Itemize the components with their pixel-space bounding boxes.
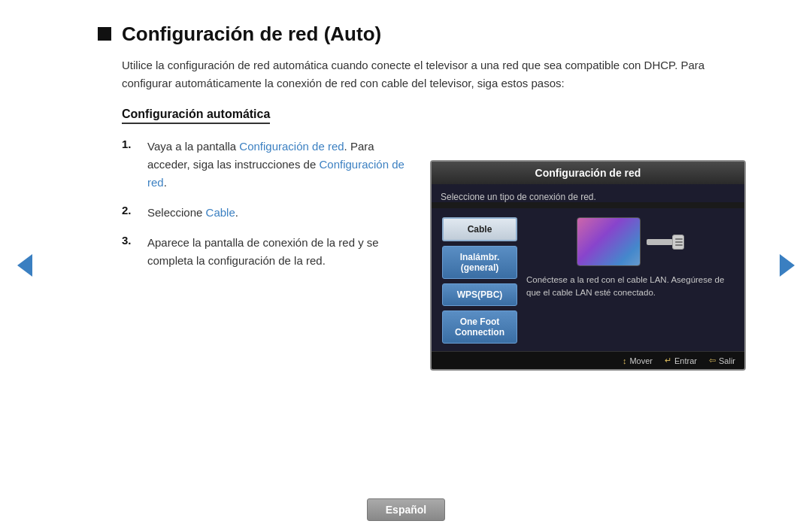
nav-arrow-left[interactable] [14, 254, 36, 277]
tv-panel: Configuración de red Seleccione un tipo … [430, 160, 746, 371]
steps-list: 1. Vaya a la pantalla Configuración de r… [122, 138, 408, 371]
tv-panel-header: Configuración de red [432, 162, 744, 184]
step-2-number: 2. [122, 204, 137, 217]
footer-exit-label: Salir [719, 356, 735, 365]
tv-subtitle: Seleccione un tipo de conexión de red. [441, 192, 735, 202]
tv-image-area [577, 217, 684, 266]
step-3: 3. Aparece la pantalla de conexión de la… [122, 234, 408, 270]
page-title: Configuración de red (Auto) [122, 23, 381, 46]
tv-footer-enter: ↵ Entrar [665, 356, 697, 365]
page: Configuración de red (Auto) Utilice la c… [0, 0, 812, 530]
enter-icon: ↵ [665, 356, 671, 365]
tv-thumbnail-image [577, 217, 641, 266]
tv-btn-wps[interactable]: WPS(PBC) [442, 283, 517, 306]
step-2-text: Seleccione Cable. [147, 204, 238, 222]
bullet-square-icon [98, 27, 111, 41]
tv-footer-exit: ⇦ Salir [709, 356, 735, 365]
nav-arrow-right[interactable] [776, 254, 798, 277]
section-title: Configuración de red (Auto) [98, 23, 714, 46]
tv-footer: ↕ Mover ↵ Entrar ⇦ Salir [432, 351, 744, 369]
step-2: 2. Seleccione Cable. [122, 204, 408, 222]
tv-right-column: Conéctese a la red con el cable LAN. Ase… [526, 217, 734, 344]
tv-btn-cable[interactable]: Cable [442, 217, 517, 241]
step-1-link1[interactable]: Configuración de red [239, 140, 344, 153]
chevron-right-icon [780, 254, 795, 277]
chevron-left-icon [17, 254, 32, 277]
tv-footer-move: ↕ Mover [623, 356, 653, 365]
step-2-link[interactable]: Cable [206, 206, 235, 219]
steps-and-panel: 1. Vaya a la pantalla Configuración de r… [122, 138, 714, 371]
exit-icon: ⇦ [709, 356, 716, 365]
bottom-bar: Español [0, 489, 812, 530]
tv-body: Cable Inalámbr.(general) WPS(PBC) One Fo… [432, 208, 744, 351]
intro-paragraph: Utilice la configuración de red automáti… [122, 56, 714, 92]
tv-btn-onefoot[interactable]: One FootConnection [442, 310, 517, 344]
step-3-number: 3. [122, 234, 137, 247]
move-icon: ↕ [623, 356, 627, 365]
language-button[interactable]: Español [367, 498, 445, 521]
tv-btn-wireless[interactable]: Inalámbr.(general) [442, 246, 517, 279]
step-1: 1. Vaya a la pantalla Configuración de r… [122, 138, 408, 192]
cable-connector-icon [647, 235, 684, 250]
tv-buttons-column: Cable Inalámbr.(general) WPS(PBC) One Fo… [442, 217, 517, 344]
step-1-link2[interactable]: Configuración de red [147, 158, 404, 189]
footer-move-label: Mover [629, 356, 653, 365]
content-area: Configuración de red (Auto) Utilice la c… [38, 0, 774, 386]
tv-description: Conéctese a la red con el cable LAN. Ase… [526, 274, 734, 300]
subtitle: Configuración automática [98, 108, 714, 138]
step-3-text: Aparece la pantalla de conexión de la re… [147, 234, 408, 270]
footer-enter-label: Entrar [674, 356, 697, 365]
step-1-text: Vaya a la pantalla Configuración de red.… [147, 138, 408, 192]
step-1-number: 1. [122, 138, 137, 150]
